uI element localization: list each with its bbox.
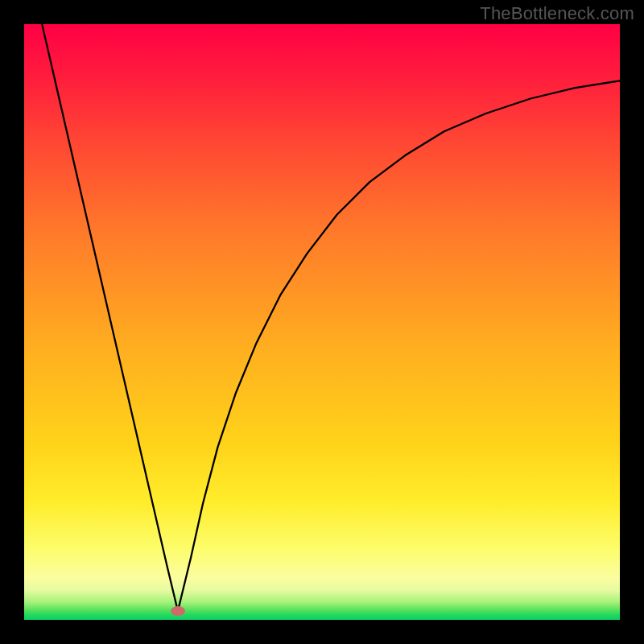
watermark-text: TheBottleneck.com — [480, 3, 634, 24]
bottleneck-curve — [24, 24, 620, 620]
minimum-marker-icon — [171, 606, 185, 616]
curve-path — [42, 24, 620, 611]
plot-area — [24, 24, 620, 620]
chart-canvas: TheBottleneck.com — [0, 0, 644, 644]
